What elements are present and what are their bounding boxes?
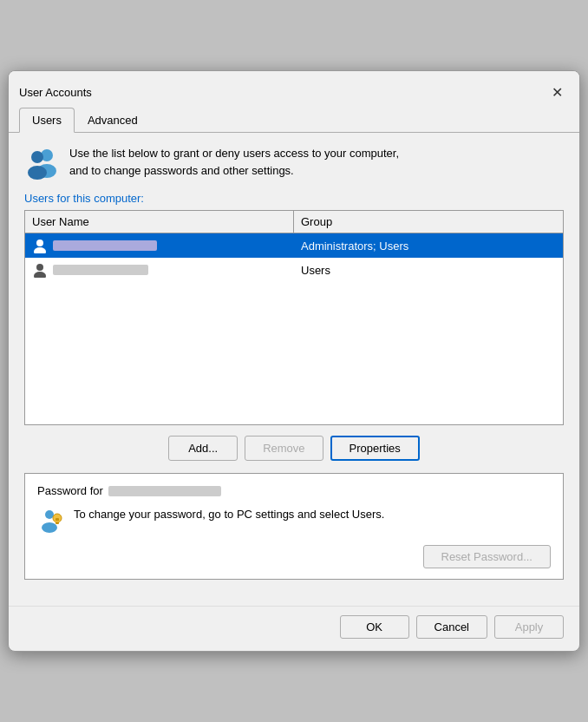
tab-users[interactable]: Users xyxy=(19,108,75,133)
password-section: Password for To change your password, go… xyxy=(24,473,564,580)
table-cell-username-2 xyxy=(25,258,294,282)
table-cell-group-1: Administrators; Users xyxy=(294,233,563,258)
svg-point-8 xyxy=(45,510,54,519)
svg-point-7 xyxy=(34,272,46,278)
window-title: User Accounts xyxy=(19,86,92,99)
properties-button[interactable]: Properties xyxy=(330,436,420,461)
user-icon xyxy=(32,238,48,253)
table-body: Administrators; Users Users xyxy=(25,233,563,424)
user-action-buttons: Add... Remove Properties xyxy=(24,436,564,461)
password-icon xyxy=(37,506,65,536)
table-row[interactable]: Administrators; Users xyxy=(25,233,563,258)
svg-point-4 xyxy=(36,240,43,246)
close-button[interactable]: ✕ xyxy=(545,80,569,104)
ok-button[interactable]: OK xyxy=(340,615,409,639)
password-username-blurred xyxy=(108,486,221,496)
users-icon-large xyxy=(24,145,59,180)
bottom-bar: OK Cancel Apply xyxy=(9,606,579,651)
table-header: User Name Group xyxy=(25,211,563,233)
info-box: Use the list below to grant or deny user… xyxy=(24,145,564,180)
table-row[interactable]: Users xyxy=(25,258,563,282)
apply-button[interactable]: Apply xyxy=(494,615,564,639)
reset-password-button[interactable]: Reset Password... xyxy=(423,545,552,568)
password-info-text: To change your password, go to PC settin… xyxy=(74,506,551,523)
column-header-username: User Name xyxy=(25,211,294,233)
svg-point-9 xyxy=(42,522,57,533)
svg-point-6 xyxy=(36,264,43,271)
username-blurred-1 xyxy=(53,240,157,251)
cancel-button[interactable]: Cancel xyxy=(416,615,487,639)
username-blurred-2 xyxy=(53,265,148,275)
user-table: User Name Group Administrators; Users xyxy=(24,210,564,425)
column-header-group: Group xyxy=(294,211,563,233)
users-section-label: Users for this computer: xyxy=(24,192,564,205)
tab-bar: Users Advanced xyxy=(9,108,579,133)
svg-point-2 xyxy=(31,151,43,163)
password-label: Password for xyxy=(37,484,551,497)
password-info: To change your password, go to PC settin… xyxy=(37,506,551,536)
main-content: Use the list below to grant or deny user… xyxy=(9,133,579,606)
tab-advanced[interactable]: Advanced xyxy=(75,108,151,133)
info-text: Use the list below to grant or deny user… xyxy=(69,145,399,179)
table-cell-group-2: Users xyxy=(294,258,563,282)
remove-button[interactable]: Remove xyxy=(245,436,323,461)
title-bar: User Accounts ✕ xyxy=(9,71,579,104)
table-cell-username xyxy=(25,233,294,258)
user-accounts-window: User Accounts ✕ Users Advanced xyxy=(8,70,580,652)
svg-point-5 xyxy=(34,247,46,253)
add-button[interactable]: Add... xyxy=(168,436,238,461)
reset-btn-row: Reset Password... xyxy=(37,545,551,568)
user-icon-2 xyxy=(32,262,48,278)
svg-point-3 xyxy=(28,166,47,180)
svg-rect-12 xyxy=(55,521,60,522)
